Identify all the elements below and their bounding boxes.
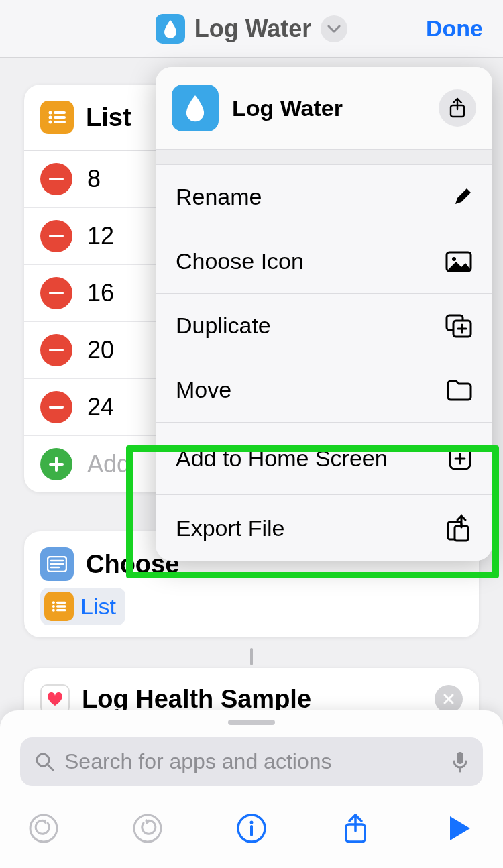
search-icon <box>35 752 55 772</box>
folder-icon <box>445 380 472 401</box>
picture-icon <box>445 251 472 272</box>
svg-point-27 <box>452 257 456 261</box>
list-bullets-icon <box>40 101 74 134</box>
menu-item-label: Add to Home Screen <box>176 445 388 472</box>
search-field[interactable]: Search for apps and actions <box>20 737 483 786</box>
actions-search-sheet[interactable]: Search for apps and actions <box>0 710 503 868</box>
add-item-button[interactable] <box>40 448 72 480</box>
export-docs-icon <box>444 514 472 542</box>
svg-rect-12 <box>49 463 64 466</box>
pencil-icon <box>452 187 472 207</box>
svg-point-17 <box>52 601 55 604</box>
svg-rect-18 <box>56 602 66 604</box>
remove-item-button[interactable] <box>40 220 72 252</box>
svg-rect-7 <box>49 235 64 237</box>
menu-item-label: Choose Icon <box>176 248 304 274</box>
list-item-value: 20 <box>87 336 114 364</box>
svg-rect-5 <box>54 121 66 123</box>
bottom-toolbar <box>0 802 503 868</box>
list-card-title: List <box>86 103 131 132</box>
svg-rect-20 <box>56 605 66 607</box>
list-item-value: 24 <box>87 393 114 421</box>
delete-action-button[interactable] <box>435 685 463 713</box>
menu-item-label: Duplicate <box>176 313 271 339</box>
menu-item-label: Move <box>176 377 231 403</box>
svg-point-44 <box>250 821 254 824</box>
svg-rect-1 <box>54 111 66 114</box>
add-item-placeholder: Add <box>87 450 130 478</box>
svg-line-38 <box>48 765 53 770</box>
svg-rect-6 <box>49 178 64 180</box>
add-to-home-screen-menu-item[interactable]: Add to Home Screen <box>156 423 492 495</box>
done-button[interactable]: Done <box>426 0 483 57</box>
svg-point-2 <box>49 116 52 119</box>
menu-item-label: Export File <box>176 515 285 541</box>
health-heart-icon <box>40 684 70 714</box>
svg-rect-8 <box>49 292 64 294</box>
svg-rect-9 <box>49 349 64 351</box>
remove-item-button[interactable] <box>40 163 72 195</box>
list-bullets-icon <box>44 592 74 621</box>
choose-list-icon <box>40 547 74 581</box>
list-item-value: 8 <box>87 165 101 193</box>
remove-item-button[interactable] <box>40 391 72 423</box>
nav-title-text: Log Water <box>194 15 312 43</box>
info-button[interactable] <box>232 809 271 848</box>
choose-icon-menu-item[interactable]: Choose Icon <box>156 229 492 294</box>
shortcut-options-popover: Log Water Rename Choose Icon Duplicate M… <box>156 67 492 561</box>
choose-input-pill[interactable]: List <box>40 588 125 625</box>
svg-point-4 <box>49 121 52 124</box>
svg-point-42 <box>134 815 161 842</box>
svg-rect-39 <box>457 752 463 764</box>
shortcut-title-dropdown[interactable]: Log Water <box>156 14 348 44</box>
plus-square-icon <box>448 447 472 471</box>
menu-item-label: Rename <box>176 184 262 210</box>
search-placeholder: Search for apps and actions <box>64 749 443 774</box>
svg-rect-3 <box>54 116 66 119</box>
svg-point-21 <box>52 609 55 612</box>
remove-item-button[interactable] <box>40 277 72 309</box>
rename-menu-item[interactable]: Rename <box>156 165 492 229</box>
svg-point-41 <box>30 815 57 842</box>
list-item-value: 16 <box>87 279 114 307</box>
popover-divider <box>156 149 492 165</box>
share-button[interactable] <box>439 89 476 127</box>
svg-rect-22 <box>56 609 66 611</box>
sheet-grabber[interactable] <box>228 720 275 725</box>
water-icon <box>156 14 185 44</box>
share-toolbar-button[interactable] <box>336 809 375 848</box>
export-file-menu-item[interactable]: Export File <box>156 495 492 561</box>
microphone-icon[interactable] <box>452 751 468 773</box>
nav-bar: Log Water Done <box>0 0 503 58</box>
duplicate-menu-item[interactable]: Duplicate <box>156 294 492 358</box>
svg-point-0 <box>49 111 52 115</box>
duplicate-icon <box>445 314 472 338</box>
log-health-title: Log Health Sample <box>82 685 311 714</box>
popover-title: Log Water <box>232 95 425 121</box>
choose-input-label: List <box>80 594 116 620</box>
redo-button[interactable] <box>128 809 167 848</box>
svg-point-19 <box>52 605 55 608</box>
water-icon <box>172 85 219 131</box>
move-menu-item[interactable]: Move <box>156 358 492 423</box>
remove-item-button[interactable] <box>40 334 72 366</box>
svg-rect-10 <box>49 406 64 409</box>
run-button[interactable] <box>440 809 479 848</box>
chevron-down-icon <box>321 15 347 42</box>
list-item-value: 12 <box>87 222 114 250</box>
popover-header: Log Water <box>156 67 492 149</box>
action-connector <box>250 648 253 665</box>
undo-button[interactable] <box>24 809 63 848</box>
